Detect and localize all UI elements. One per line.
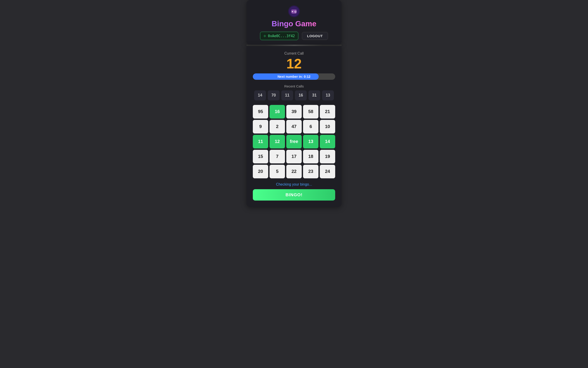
wallet-badge: ⟡ 0xAe0C...3f42	[260, 32, 298, 40]
bingo-cell[interactable]: 5	[270, 165, 285, 178]
bingo-cell[interactable]: 6	[303, 120, 318, 133]
bingo-cell[interactable]: 47	[286, 120, 302, 133]
bingo-cell[interactable]: 58	[303, 105, 318, 119]
bingo-grid: 951639582192476101112free131415717181920…	[253, 105, 335, 178]
bingo-cell[interactable]: 20	[253, 165, 268, 178]
bingo-cell[interactable]: 10	[320, 120, 335, 133]
bingo-cell[interactable]: 13	[303, 135, 318, 148]
recent-call-chip: 31	[308, 90, 320, 100]
recent-call-chip: 14	[254, 90, 266, 100]
recent-calls-row: 147011163113	[254, 90, 334, 100]
bingo-cell[interactable]: 18	[303, 150, 318, 163]
top-card: Bingo Game ⟡ 0xAe0C...3f42 LOGOUT	[246, 0, 342, 45]
recent-call-chip: 11	[281, 90, 293, 100]
bingo-cell[interactable]: 16	[270, 105, 285, 119]
current-call-label: Current Call	[284, 51, 304, 55]
timer-bar-text: Next number in: 0:12	[253, 74, 335, 80]
bingo-cell[interactable]: 11	[253, 135, 268, 148]
bingo-button[interactable]: BINGO!	[253, 189, 335, 201]
checking-text: Checking your bingo...	[276, 182, 312, 186]
svg-point-6	[294, 11, 295, 12]
bingo-cell[interactable]: 95	[253, 105, 268, 119]
bingo-cell[interactable]: 22	[286, 165, 302, 178]
game-controller-icon	[288, 5, 300, 17]
recent-call-chip: 70	[268, 90, 280, 100]
logout-button[interactable]: LOGOUT	[302, 32, 328, 40]
game-title: Bingo Game	[272, 19, 316, 28]
svg-rect-3	[292, 11, 293, 12]
bingo-cell[interactable]: 24	[320, 165, 335, 178]
bingo-cell[interactable]: 21	[320, 105, 335, 119]
bingo-cell[interactable]: 9	[253, 120, 268, 133]
svg-point-5	[296, 11, 297, 12]
bingo-cell[interactable]: 19	[320, 150, 335, 163]
main-container: Bingo Game ⟡ 0xAe0C...3f42 LOGOUT Curren…	[246, 0, 342, 368]
bingo-cell[interactable]: 7	[270, 150, 285, 163]
wallet-icon: ⟡	[263, 34, 266, 38]
bingo-cell[interactable]: free	[286, 135, 302, 148]
top-actions: ⟡ 0xAe0C...3f42 LOGOUT	[254, 32, 334, 40]
bingo-cell[interactable]: 23	[303, 165, 318, 178]
wallet-address: 0xAe0C...3f42	[268, 34, 295, 38]
bingo-cell[interactable]: 12	[270, 135, 285, 148]
bingo-cell[interactable]: 39	[286, 105, 302, 119]
svg-point-7	[295, 12, 296, 13]
svg-point-4	[295, 11, 296, 11]
recent-call-chip: 13	[322, 90, 334, 100]
current-number: 12	[286, 57, 302, 71]
bingo-cell[interactable]: 2	[270, 120, 285, 133]
recent-calls-label: Recent Calls	[284, 84, 304, 88]
recent-call-chip: 16	[295, 90, 307, 100]
game-card: Current Call 12 Next number in: 0:12 Rec…	[246, 46, 342, 207]
bingo-cell[interactable]: 17	[286, 150, 302, 163]
timer-bar-container: Next number in: 0:12	[253, 74, 335, 80]
outer-background: Bingo Game ⟡ 0xAe0C...3f42 LOGOUT Curren…	[0, 0, 588, 368]
bingo-cell[interactable]: 15	[253, 150, 268, 163]
bingo-cell[interactable]: 14	[320, 135, 335, 148]
